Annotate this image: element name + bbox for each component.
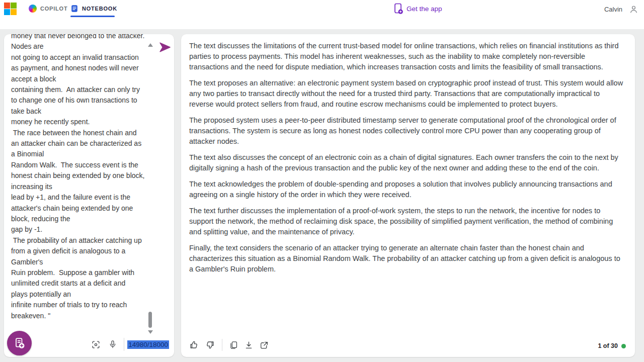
- thumb-down-icon: [205, 340, 215, 350]
- new-topic-button[interactable]: [7, 331, 32, 355]
- page-indicator: 1 of 30: [598, 342, 618, 349]
- thumbs-up-button[interactable]: [189, 340, 199, 350]
- response-paragraph: The text further discusses the implement…: [189, 206, 626, 237]
- response-paragraph: The proposed system uses a peer-to-peer …: [189, 115, 626, 147]
- tab-notebook[interactable]: NOTEBOOK: [70, 0, 117, 17]
- tab-notebook-label: NOTEBOOK: [82, 6, 117, 12]
- avatar[interactable]: [628, 4, 639, 15]
- toolbar-divider: [124, 338, 124, 351]
- scroll-up-icon[interactable]: [148, 43, 153, 47]
- user-name: Calvin: [604, 6, 622, 13]
- get-the-app-label: Get the app: [407, 5, 442, 13]
- visual-search-button[interactable]: [91, 340, 101, 349]
- tab-copilot-label: COPILOT: [40, 6, 68, 12]
- pagination: 1 of 30: [598, 342, 626, 349]
- response-paragraph: The text proposes an alternative: an ele…: [189, 78, 626, 110]
- send-arrow-icon: [159, 42, 171, 53]
- tab-copilot[interactable]: COPILOT: [29, 0, 68, 17]
- response-paragraph: The text discusses the limitations of th…: [189, 41, 626, 72]
- microphone-button[interactable]: [108, 339, 117, 349]
- download-icon: [244, 340, 254, 350]
- response-actions: [189, 339, 275, 351]
- scroll-down-icon[interactable]: [148, 330, 153, 334]
- composer-toolbar: 14980/18000: [84, 338, 169, 351]
- share-icon: [259, 340, 269, 350]
- share-button[interactable]: [259, 340, 269, 350]
- thumb-up-icon: [189, 340, 199, 350]
- status-green-dot-icon: [621, 344, 626, 348]
- active-tab-underline: [70, 16, 115, 17]
- response-panel: The text discusses the limitations of th…: [181, 34, 635, 357]
- prompt-input[interactable]: money that never belonged to the attacke…: [11, 34, 151, 321]
- actions-divider: [222, 339, 222, 351]
- get-the-app-button[interactable]: Get the app: [394, 2, 442, 16]
- response-paragraph: The text also discusses the concept of a…: [189, 152, 626, 173]
- phone-app-icon: [394, 3, 404, 15]
- response-text: The text discusses the limitations of th…: [189, 41, 626, 280]
- send-button[interactable]: [158, 40, 172, 54]
- composer-scrollbar[interactable]: [147, 39, 154, 334]
- microphone-icon: [108, 339, 117, 349]
- response-paragraph: The text acknowledges the problem of dou…: [189, 179, 626, 200]
- download-button[interactable]: [244, 340, 254, 350]
- document-plus-icon: [13, 336, 26, 350]
- copy-button[interactable]: [229, 340, 238, 350]
- camera-scan-icon: [91, 340, 101, 349]
- scrollbar-thumb[interactable]: [148, 312, 152, 328]
- character-counter: 14980/18000: [127, 340, 169, 349]
- prompt-panel: money that never belonged to the attacke…: [4, 34, 174, 357]
- response-paragraph: Finally, the text considers the scenario…: [189, 243, 626, 275]
- notebook-icon: [70, 5, 78, 13]
- user-area: Calvin: [604, 3, 639, 15]
- thumbs-down-button[interactable]: [205, 340, 215, 350]
- microsoft-logo-icon[interactable]: [4, 3, 17, 15]
- top-bar: COPILOT NOTEBOOK Get the app Calvin: [0, 0, 644, 29]
- copilot-icon: [29, 5, 37, 13]
- copy-icon: [229, 340, 238, 350]
